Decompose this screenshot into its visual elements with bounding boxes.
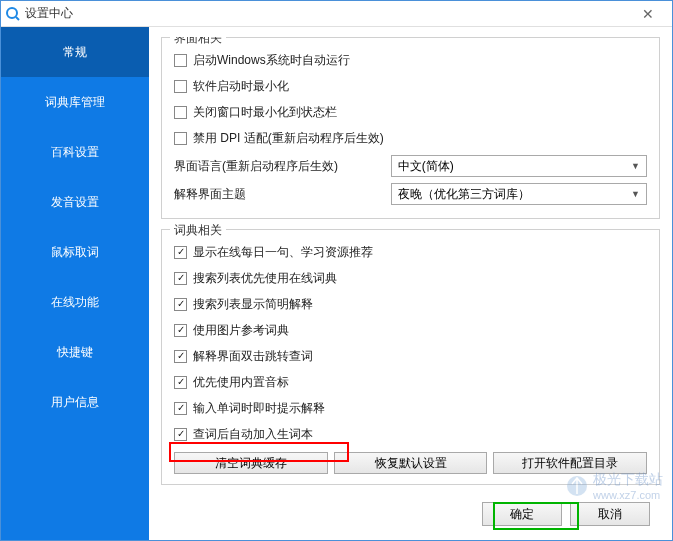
close-icon[interactable]: ✕ [628,2,668,26]
check-autostart[interactable] [174,54,187,67]
check-label: 软件启动时最小化 [193,78,289,95]
sidebar-item-label: 词典库管理 [45,94,105,111]
check-minimize-close[interactable] [174,106,187,119]
cancel-button[interactable]: 取消 [570,502,650,526]
ok-button[interactable]: 确定 [482,502,562,526]
sidebar-item-label: 在线功能 [51,294,99,311]
theme-select[interactable]: 夜晚（优化第三方词库）▼ [391,183,647,205]
check-label: 显示在线每日一句、学习资源推荐 [193,244,373,261]
button-label: 打开软件配置目录 [522,455,618,472]
check-daily-sentence[interactable]: ✓ [174,246,187,259]
button-label: 恢复默认设置 [375,455,447,472]
check-minimize-start[interactable] [174,80,187,93]
sidebar-item-label: 常规 [63,44,87,61]
footer: 确定 取消 [161,494,660,534]
lang-label: 界面语言(重新启动程序后生效) [174,158,391,175]
button-label: 清空词典缓存 [215,455,287,472]
check-online-priority[interactable]: ✓ [174,272,187,285]
check-doubleclick-jump[interactable]: ✓ [174,350,187,363]
check-label: 搜索列表优先使用在线词典 [193,270,337,287]
check-label: 搜索列表显示简明解释 [193,296,313,313]
check-label: 查词后自动加入生词本 [193,426,313,443]
app-icon [5,6,21,22]
check-auto-add-wordbook[interactable]: ✓ [174,428,187,441]
check-label: 解释界面双击跳转查词 [193,348,313,365]
sidebar-item-label: 鼠标取词 [51,244,99,261]
check-builtin-phonetic[interactable]: ✓ [174,376,187,389]
clear-cache-button[interactable]: 清空词典缓存 [174,452,328,474]
svg-point-0 [7,8,17,18]
sidebar: 常规 词典库管理 百科设置 发音设置 鼠标取词 在线功能 快捷键 用户信息 [1,27,149,540]
sidebar-item-label: 快捷键 [57,344,93,361]
check-disable-dpi[interactable] [174,132,187,145]
chevron-down-icon: ▼ [631,161,640,171]
sidebar-item-pronunciation[interactable]: 发音设置 [1,177,149,227]
lang-select[interactable]: 中文(简体)▼ [391,155,647,177]
check-label: 输入单词时即时提示解释 [193,400,325,417]
button-label: 确定 [510,506,534,523]
group-dict: 词典相关 ✓显示在线每日一句、学习资源推荐 ✓搜索列表优先使用在线词典 ✓搜索列… [161,229,660,485]
check-label: 启动Windows系统时自动运行 [193,52,350,69]
open-config-dir-button[interactable]: 打开软件配置目录 [493,452,647,474]
sidebar-item-encyclopedia[interactable]: 百科设置 [1,127,149,177]
group-ui: 界面相关 启动Windows系统时自动运行 软件启动时最小化 关闭窗口时最小化到… [161,37,660,219]
sidebar-item-label: 百科设置 [51,144,99,161]
check-label: 优先使用内置音标 [193,374,289,391]
svg-line-1 [16,17,19,20]
theme-value: 夜晚（优化第三方词库） [398,186,530,203]
check-label: 禁用 DPI 适配(重新启动程序后生效) [193,130,384,147]
group-dict-title: 词典相关 [170,222,226,239]
sidebar-item-user[interactable]: 用户信息 [1,377,149,427]
sidebar-item-online[interactable]: 在线功能 [1,277,149,327]
group-ui-title: 界面相关 [170,37,226,47]
check-instant-hint[interactable]: ✓ [174,402,187,415]
check-label: 关闭窗口时最小化到状态栏 [193,104,337,121]
sidebar-item-hotkeys[interactable]: 快捷键 [1,327,149,377]
check-label: 使用图片参考词典 [193,322,289,339]
button-label: 取消 [598,506,622,523]
sidebar-item-mouse-capture[interactable]: 鼠标取词 [1,227,149,277]
chevron-down-icon: ▼ [631,189,640,199]
theme-label: 解释界面主题 [174,186,391,203]
sidebar-item-label: 发音设置 [51,194,99,211]
sidebar-item-general[interactable]: 常规 [1,27,149,77]
sidebar-item-label: 用户信息 [51,394,99,411]
check-brief-explain[interactable]: ✓ [174,298,187,311]
titlebar: 设置中心 ✕ [1,1,672,27]
check-image-dict[interactable]: ✓ [174,324,187,337]
restore-defaults-button[interactable]: 恢复默认设置 [334,452,488,474]
lang-value: 中文(简体) [398,158,454,175]
sidebar-item-dict-lib[interactable]: 词典库管理 [1,77,149,127]
window-title: 设置中心 [25,5,628,22]
